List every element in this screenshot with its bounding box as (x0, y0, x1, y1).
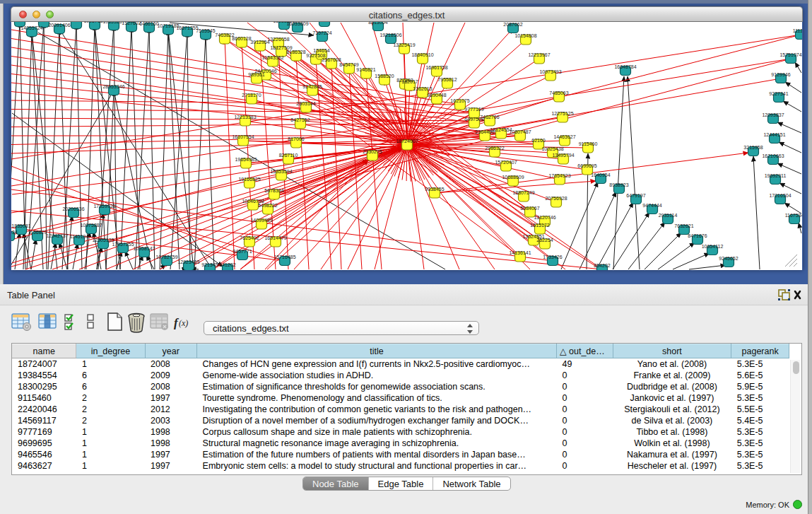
svg-text:8427552: 8427552 (290, 117, 310, 122)
svg-text:5878334: 5878334 (264, 188, 283, 193)
svg-text:20206536: 20206536 (62, 206, 84, 211)
svg-text:14099489: 14099489 (250, 218, 272, 223)
svg-text:15720407: 15720407 (495, 160, 517, 165)
svg-text:19692911: 19692911 (765, 173, 787, 178)
svg-text:12505135: 12505135 (92, 238, 114, 243)
svg-text:6699695: 6699695 (577, 163, 596, 168)
svg-text:14136141: 14136141 (509, 250, 531, 255)
svg-text:12213967: 12213967 (528, 52, 550, 57)
svg-text:7515545: 7515545 (196, 28, 215, 33)
svg-text:10975887: 10975887 (80, 223, 102, 228)
svg-text:13226058: 13226058 (267, 37, 289, 42)
svg-text:17016504: 17016504 (769, 193, 791, 198)
svg-text:2803144: 2803144 (296, 101, 315, 106)
svg-text:3215958: 3215958 (743, 145, 763, 150)
svg-text:9129946: 9129946 (771, 72, 790, 77)
svg-text:9777169: 9777169 (464, 107, 483, 112)
svg-text:8471676: 8471676 (688, 233, 707, 238)
svg-text:14463627: 14463627 (553, 134, 575, 139)
svg-text:9115460: 9115460 (579, 141, 598, 146)
svg-text:16961758: 16961758 (425, 65, 447, 70)
svg-text:12942737: 12942737 (46, 233, 68, 238)
svg-text:5498222: 5498222 (258, 203, 277, 208)
svg-text:15353594: 15353594 (270, 169, 292, 174)
svg-text:2986322: 2986322 (485, 146, 504, 151)
svg-text:1527602: 1527602 (122, 22, 141, 25)
svg-text:9457771: 9457771 (233, 249, 252, 254)
svg-text:16107554: 16107554 (232, 134, 254, 139)
svg-text:162017: 162017 (401, 79, 418, 84)
svg-text:1156829: 1156829 (28, 230, 47, 235)
svg-text:12444151: 12444151 (763, 132, 785, 137)
svg-text:854202: 854202 (594, 263, 610, 268)
svg-text:10688609: 10688609 (502, 175, 524, 180)
svg-text:7625402: 7625402 (240, 235, 259, 240)
svg-text:28053346: 28053346 (102, 84, 124, 89)
svg-text:154654: 154654 (313, 48, 329, 53)
svg-text:9338455: 9338455 (425, 187, 444, 192)
svg-text:10154808: 10154808 (514, 33, 536, 38)
svg-text:10807487: 10807487 (509, 129, 531, 134)
svg-text:1835081: 1835081 (11, 223, 30, 228)
svg-text:921345: 921345 (201, 262, 218, 267)
svg-text:6466160: 6466160 (139, 22, 158, 26)
svg-text:10654112: 10654112 (702, 244, 724, 249)
svg-text:18807249: 18807249 (512, 190, 534, 195)
svg-text:17654923: 17654923 (548, 173, 570, 178)
svg-text:62160: 62160 (531, 138, 546, 143)
svg-text:13120746: 13120746 (534, 215, 555, 220)
svg-text:12213383: 12213383 (234, 115, 256, 119)
svg-text:9474444: 9474444 (642, 203, 661, 208)
svg-text:15716485: 15716485 (273, 255, 295, 259)
svg-text:15751074: 15751074 (779, 52, 801, 57)
svg-text:20756928: 20756928 (545, 196, 567, 201)
svg-text:16210663: 16210663 (762, 153, 784, 158)
svg-text:19166825: 19166825 (238, 177, 260, 182)
svg-text:841202: 841202 (219, 262, 235, 267)
svg-text:8660128: 8660128 (232, 36, 251, 41)
svg-text:9227341: 9227341 (769, 91, 788, 96)
svg-text:2330275: 2330275 (363, 149, 382, 154)
svg-text:12275125: 12275125 (551, 111, 573, 116)
svg-text:1733426: 1733426 (543, 255, 562, 259)
svg-text:5084067: 5084067 (520, 206, 539, 211)
svg-text:8267110: 8267110 (279, 153, 298, 158)
svg-text:111254: 111254 (793, 28, 802, 33)
svg-text:19218506: 19218506 (379, 33, 401, 37)
svg-text:989361: 989361 (248, 72, 264, 77)
svg-text:8938923: 8938923 (609, 182, 628, 187)
svg-text:2087662: 2087662 (503, 22, 522, 27)
svg-text:12093837: 12093837 (762, 112, 784, 117)
svg-text:19654985: 19654985 (235, 157, 257, 162)
svg-text:7955812: 7955812 (437, 77, 457, 82)
svg-text:1640954: 1640954 (591, 173, 610, 177)
svg-text:16033809: 16033809 (286, 22, 308, 26)
svg-text:817006: 817006 (288, 136, 304, 141)
svg-text:2935114: 2935114 (659, 213, 678, 218)
svg-text:13495794: 13495794 (552, 153, 574, 158)
svg-text:9242845: 9242845 (302, 84, 322, 89)
svg-text:20091406: 20091406 (48, 23, 70, 28)
svg-text:7357224: 7357224 (312, 30, 331, 35)
svg-text:10025438: 10025438 (541, 146, 563, 151)
svg-text:1145194: 1145194 (70, 234, 89, 239)
svg-text:18724007: 18724007 (396, 139, 418, 144)
svg-text:391934: 391934 (11, 230, 18, 235)
svg-text:7632621: 7632621 (674, 223, 693, 228)
svg-text:16914479: 16914479 (264, 235, 286, 240)
svg-text:8454749: 8454749 (339, 62, 358, 67)
svg-text:1362615: 1362615 (413, 86, 432, 91)
svg-text:1621075: 1621075 (450, 98, 469, 103)
svg-text:2718170: 2718170 (242, 93, 261, 98)
svg-text:1167534: 1167534 (785, 213, 802, 218)
svg-text:8813054: 8813054 (368, 22, 387, 25)
svg-text:9245652: 9245652 (719, 256, 738, 261)
svg-text:18640910: 18640910 (411, 52, 433, 57)
svg-text:1615172: 1615172 (530, 223, 549, 228)
svg-text:10958147: 10958147 (133, 246, 155, 251)
svg-text:14055724: 14055724 (20, 25, 42, 30)
svg-text:(x): (x) (179, 318, 188, 328)
svg-text:7462766: 7462766 (480, 115, 499, 119)
svg-text:9146821: 9146821 (356, 67, 375, 72)
svg-text:13325419: 13325419 (393, 42, 415, 47)
